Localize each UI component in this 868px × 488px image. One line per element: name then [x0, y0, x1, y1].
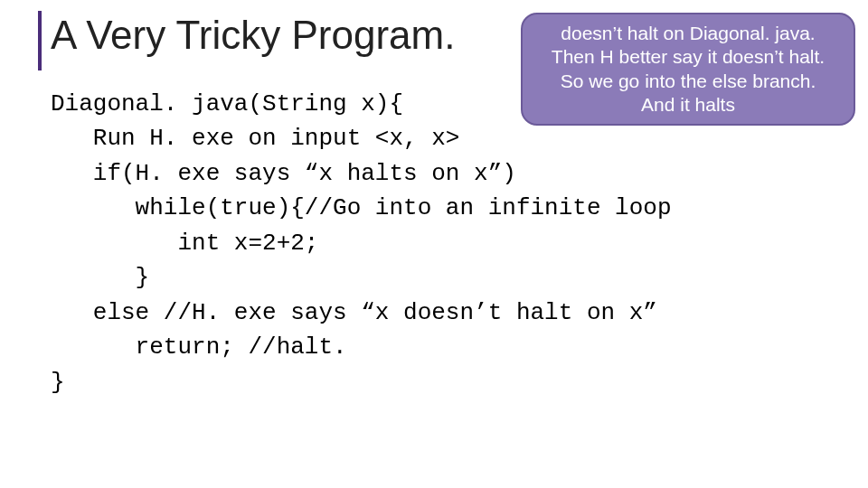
slide-title: A Very Tricky Program. [51, 13, 455, 58]
code-line: while(true){//Go into an infinite loop [51, 194, 672, 221]
code-block: Diagonal. java(String x){ Run H. exe on … [51, 87, 672, 399]
callout-line: doesn’t halt on Diagonal. java. [528, 22, 848, 45]
code-line: Diagonal. java(String x){ [51, 90, 403, 117]
callout-line: So we go into the else branch. [528, 70, 848, 93]
code-line: Run H. exe on input <x, x> [51, 125, 459, 152]
code-line: } [51, 264, 149, 291]
accent-bar [38, 11, 42, 70]
code-line: if(H. exe says “x halts on x”) [51, 160, 516, 187]
code-line: else //H. exe says “x doesn’t halt on x” [51, 299, 657, 326]
code-line: int x=2+2; [51, 230, 318, 257]
callout-line: Then H better say it doesn’t halt. [528, 45, 848, 69]
code-line: } [51, 369, 65, 396]
callout-box: doesn’t halt on Diagonal. java. Then H b… [521, 13, 855, 126]
code-line: return; //halt. [51, 333, 347, 361]
callout-line: And it halts [528, 93, 848, 117]
